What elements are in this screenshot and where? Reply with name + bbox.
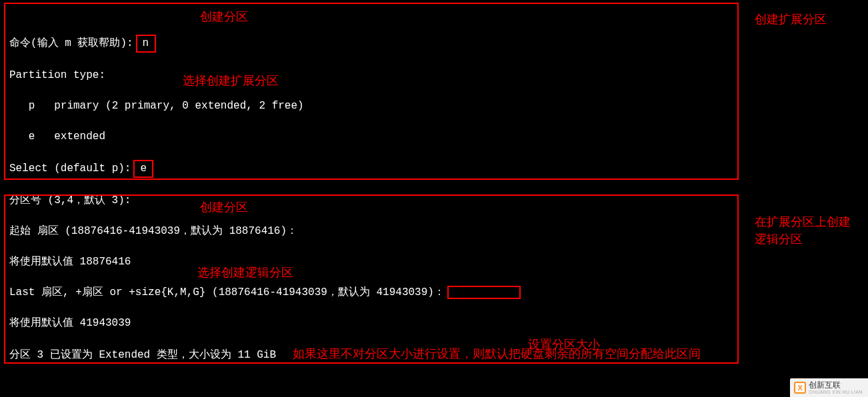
side-extended-annotation: 创建扩展分区 [755, 12, 827, 27]
size-note-annotation: 如果这里不对分区大小进行设置，则默认把硬盘剩余的所有空间分配给此区间 [293, 347, 701, 360]
partition-result: 分区 3 已设置为 Extended 类型，大小设为 11 GiB [9, 349, 289, 361]
command-prompt: 命令(输入 m 获取帮助): [9, 37, 133, 49]
side-logical-annotation: 在扩展分区上创建逻辑分区 [755, 213, 861, 248]
watermark: X 创新互联 CHUANG XIN HU LIAN [790, 378, 868, 397]
set-size-annotation: 设置分区大小 [528, 337, 600, 352]
select-input[interactable]: e [133, 160, 153, 178]
partition-type-primary: p primary (2 primary, 0 extended, 2 free… [9, 99, 861, 114]
start-sector-prompt: 起始 扇区 (18876416-41943039，默认为 18876416)： [9, 224, 861, 239]
partition-type-extended: e extended [9, 129, 861, 145]
partition-number-prompt: 分区号 (3,4，默认 3): [9, 193, 861, 208]
last-sector-prompt: Last 扇区, +扇区 or +size{K,M,G} (18876416-4… [9, 286, 445, 298]
last-sector-input[interactable] [447, 286, 521, 299]
partition-type-header: Partition type: [9, 68, 861, 83]
create-partition-annotation: 创建分区 [200, 9, 248, 25]
create-partition-annotation-2: 创建分区 [200, 200, 248, 215]
select-prompt: Select (default p): [9, 163, 131, 175]
default-last-msg: 将使用默认值 41943039 [9, 316, 861, 331]
watermark-logo-icon: X [794, 382, 806, 394]
select-logical-annotation: 选择创建逻辑分区 [197, 265, 293, 280]
watermark-text-en: CHUANG XIN HU LIAN [809, 390, 863, 394]
terminal-output: 命令(输入 m 获取帮助):n Partition type: p primar… [0, 0, 868, 397]
default-start-msg: 将使用默认值 18876416 [9, 254, 861, 270]
select-extended-annotation: 选择创建扩展分区 [183, 73, 279, 89]
watermark-text-cn: 创新互联 [809, 381, 863, 389]
command-input[interactable]: n [136, 35, 156, 53]
